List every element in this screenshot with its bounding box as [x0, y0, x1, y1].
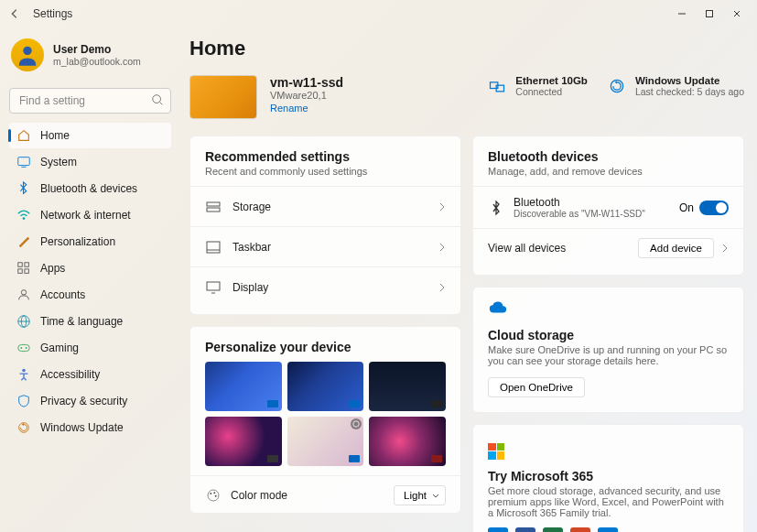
- user-block[interactable]: User Demo m_lab@outlook.com: [9, 35, 171, 82]
- apps-icon: [16, 261, 31, 276]
- svg-rect-16: [18, 344, 29, 351]
- toggle-state: On: [679, 201, 694, 214]
- minimize-button[interactable]: [669, 5, 695, 23]
- sidebar-item-system[interactable]: System: [9, 149, 171, 175]
- nav-label: Apps: [40, 262, 65, 275]
- game-icon: [16, 341, 31, 355]
- system-icon: [16, 155, 31, 169]
- back-button[interactable]: [7, 6, 22, 21]
- nav-label: Network & internet: [40, 209, 131, 222]
- nav-label: System: [40, 156, 77, 168]
- storage-icon: [205, 199, 222, 215]
- svg-point-33: [213, 492, 215, 494]
- setting-taskbar[interactable]: Taskbar: [190, 226, 460, 266]
- card-desc: Get more cloud storage, advanced securit…: [488, 485, 729, 518]
- update-status[interactable]: Windows Update Last checked: 5 days ago: [606, 75, 744, 97]
- sidebar-item-home[interactable]: Home: [9, 123, 171, 148]
- svg-point-3: [153, 95, 161, 103]
- shield-icon: [16, 394, 31, 408]
- bluetooth-card: Bluetooth devices Manage, add, and remov…: [472, 136, 744, 276]
- open-onedrive-button[interactable]: Open OneDrive: [488, 377, 585, 397]
- wallpaper-option[interactable]: [287, 362, 364, 411]
- home-icon: [16, 128, 31, 143]
- wallpaper-option[interactable]: [287, 417, 364, 466]
- device-thumbnail[interactable]: [189, 75, 257, 119]
- sidebar-item-accounts[interactable]: Accounts: [9, 282, 171, 308]
- svg-point-30: [353, 421, 359, 427]
- sidebar-item-personalization[interactable]: Personalization: [9, 229, 171, 255]
- setting-label: Storage: [233, 201, 271, 213]
- titlebar: Settings: [0, 0, 757, 27]
- color-mode-select[interactable]: Light: [394, 485, 446, 505]
- svg-point-31: [208, 490, 219, 501]
- access-icon: [16, 367, 31, 382]
- search-icon: [151, 93, 164, 110]
- page-title: Home: [189, 37, 744, 60]
- sidebar-item-network-internet[interactable]: Network & internet: [9, 202, 171, 228]
- rename-link[interactable]: Rename: [270, 103, 343, 114]
- svg-point-2: [23, 47, 31, 55]
- sidebar-item-windows-update[interactable]: Windows Update: [9, 415, 171, 440]
- card-title: Personalize your device: [205, 340, 446, 354]
- bluetooth-toggle[interactable]: [699, 201, 729, 215]
- svg-rect-8: [18, 263, 22, 266]
- update-title: Windows Update: [635, 75, 744, 86]
- person-icon: [16, 288, 31, 302]
- svg-rect-28: [207, 282, 220, 290]
- card-title: Bluetooth devices: [488, 149, 729, 164]
- sidebar-item-apps[interactable]: Apps: [9, 255, 171, 281]
- bluetooth-label: Bluetooth: [514, 196, 645, 209]
- personalize-card: Personalize your device C: [189, 326, 461, 514]
- card-sub: Manage, add, and remove devices: [488, 166, 729, 177]
- user-name: User Demo: [53, 43, 141, 56]
- recommended-card: Recommended settings Recent and commonly…: [189, 136, 461, 315]
- taskbar-icon: [205, 239, 222, 255]
- sidebar-item-gaming[interactable]: Gaming: [9, 335, 171, 361]
- sidebar-item-time-language[interactable]: Time & language: [9, 309, 171, 334]
- nav-label: Time & language: [40, 315, 123, 328]
- brush-icon: [16, 234, 31, 249]
- sidebar-item-accessibility[interactable]: Accessibility: [9, 362, 171, 387]
- network-title: Ethernet 10Gb: [515, 75, 588, 86]
- svg-rect-26: [207, 242, 220, 253]
- wallpaper-option[interactable]: [369, 417, 446, 466]
- chevron-right-icon: [438, 199, 446, 215]
- chevron-right-icon: [721, 240, 729, 256]
- svg-rect-24: [207, 202, 220, 206]
- card-desc: Make sure OneDrive is up and running on …: [488, 344, 729, 366]
- device-name: vm-w11-ssd: [270, 75, 343, 90]
- maximize-button[interactable]: [697, 5, 722, 23]
- svg-rect-25: [207, 208, 220, 212]
- device-model: VMware20,1: [270, 90, 343, 101]
- svg-point-34: [215, 495, 217, 497]
- search-input[interactable]: [9, 88, 171, 114]
- add-device-button[interactable]: Add device: [638, 238, 714, 258]
- sidebar-item-privacy-security[interactable]: Privacy & security: [9, 388, 171, 414]
- chevron-right-icon: [438, 279, 446, 296]
- wallpaper-option[interactable]: [205, 417, 282, 466]
- app-title: Settings: [33, 7, 72, 20]
- nav-label: Privacy & security: [40, 395, 127, 407]
- sidebar-item-bluetooth-devices[interactable]: Bluetooth & devices: [9, 176, 171, 201]
- card-title: Cloud storage: [488, 328, 729, 342]
- card-sub: Recent and commonly used settings: [205, 166, 446, 177]
- close-button[interactable]: [724, 5, 750, 23]
- avatar: [11, 38, 44, 71]
- m365-card: Try Microsoft 365 Get more cloud storage…: [472, 424, 744, 532]
- globe-icon: [16, 314, 31, 329]
- svg-point-18: [26, 347, 27, 349]
- microsoft-logo-icon: [488, 443, 504, 460]
- update-icon: [16, 420, 31, 435]
- powerpoint-app-icon: P: [570, 527, 590, 533]
- wallpaper-option[interactable]: [205, 362, 282, 411]
- svg-point-12: [21, 290, 26, 295]
- svg-rect-1: [707, 11, 713, 17]
- setting-display[interactable]: Display: [190, 266, 460, 307]
- network-status[interactable]: Ethernet 10Gb Connected: [486, 75, 588, 97]
- ethernet-icon: [486, 75, 508, 97]
- view-all-devices-link[interactable]: View all devices: [488, 242, 566, 255]
- wallpaper-option[interactable]: [369, 362, 446, 411]
- nav-label: Home: [40, 129, 70, 142]
- setting-storage[interactable]: Storage: [190, 186, 460, 226]
- nav-label: Personalization: [40, 235, 115, 248]
